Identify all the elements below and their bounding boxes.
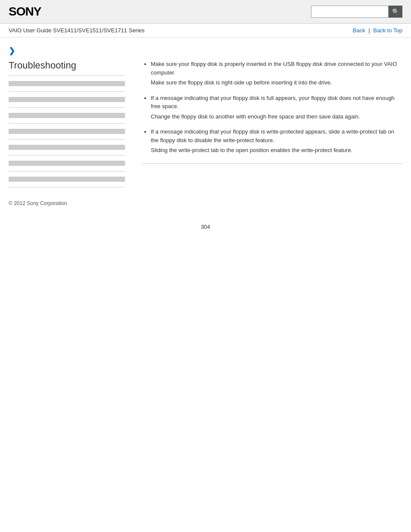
search-button[interactable]: 🔍 bbox=[389, 6, 402, 18]
sidebar-link-1[interactable] bbox=[9, 81, 125, 86]
nav-bar: VAIO User Guide SVE1411/SVE1511/SVE1711 … bbox=[0, 24, 411, 37]
sidebar-link-2[interactable] bbox=[9, 97, 125, 102]
list-item[interactable] bbox=[9, 156, 125, 171]
sidebar-link-3[interactable] bbox=[9, 113, 125, 118]
nav-links: Back | Back to Top bbox=[353, 27, 402, 34]
back-to-top-link[interactable]: Back to Top bbox=[373, 27, 402, 34]
search-input[interactable] bbox=[311, 6, 389, 18]
content-area: Make sure your floppy disk is properly i… bbox=[134, 60, 402, 187]
list-item[interactable] bbox=[9, 124, 125, 140]
list-item[interactable] bbox=[9, 108, 125, 124]
sony-logo: SONY bbox=[9, 5, 41, 19]
content-divider bbox=[142, 163, 402, 164]
list-item: If a message indicating that your floppy… bbox=[151, 94, 402, 121]
sidebar-title: Troubleshooting bbox=[9, 60, 125, 76]
list-item[interactable] bbox=[9, 92, 125, 108]
nav-separator: | bbox=[368, 27, 370, 34]
breadcrumb-arrow[interactable]: ❯ bbox=[9, 47, 15, 55]
bullet2-sub: Change the floppy disk to another with e… bbox=[151, 112, 402, 121]
page-number: 304 bbox=[0, 215, 411, 239]
sidebar-link-5[interactable] bbox=[9, 145, 125, 150]
sidebar: Troubleshooting bbox=[9, 60, 134, 187]
list-item[interactable] bbox=[9, 171, 125, 187]
search-container: 🔍 bbox=[311, 6, 402, 18]
bullet3-main: If a message indicating that your floppy… bbox=[151, 128, 394, 143]
list-item[interactable] bbox=[9, 76, 125, 92]
sidebar-link-4[interactable] bbox=[9, 129, 125, 134]
guide-title: VAIO User Guide SVE1411/SVE1511/SVE1711 … bbox=[9, 27, 145, 34]
list-item: If a message indicating that your floppy… bbox=[151, 128, 402, 155]
footer: © 2012 Sony Corporation bbox=[0, 187, 411, 215]
header: SONY 🔍 bbox=[0, 0, 411, 24]
sidebar-link-7[interactable] bbox=[9, 177, 125, 182]
list-item[interactable] bbox=[9, 140, 125, 156]
sidebar-link-6[interactable] bbox=[9, 161, 125, 166]
content-list: Make sure your floppy disk is properly i… bbox=[142, 60, 402, 155]
bullet1-sub: Make sure the floppy disk is right-side … bbox=[151, 78, 402, 87]
breadcrumb-area: ❯ bbox=[0, 37, 411, 60]
copyright: © 2012 Sony Corporation bbox=[9, 200, 67, 206]
sidebar-links bbox=[9, 76, 125, 187]
list-item: Make sure your floppy disk is properly i… bbox=[151, 60, 402, 87]
main-content: Troubleshooting Make sure your floppy di… bbox=[0, 60, 411, 187]
search-icon: 🔍 bbox=[392, 8, 399, 15]
bullet2-main: If a message indicating that your floppy… bbox=[151, 95, 395, 110]
back-link[interactable]: Back bbox=[353, 27, 365, 34]
bullet1-main: Make sure your floppy disk is properly i… bbox=[151, 61, 397, 76]
bullet3-sub: Sliding the write-protect tab to the ope… bbox=[151, 146, 402, 155]
